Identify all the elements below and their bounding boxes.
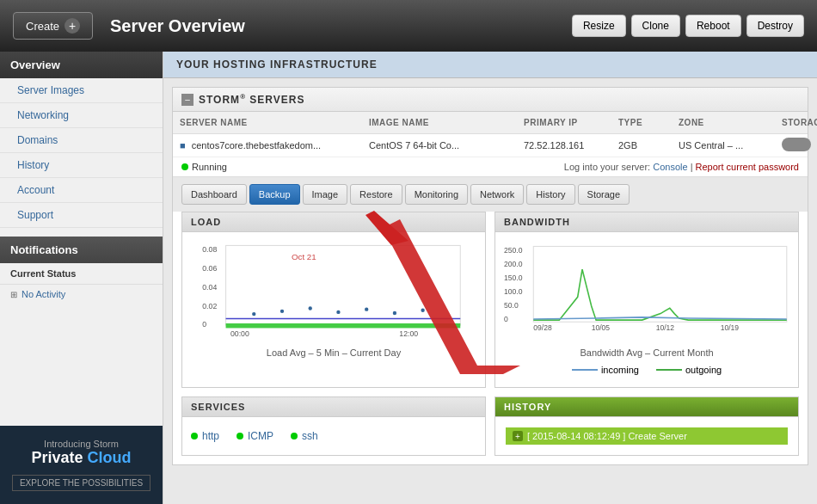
history-panel-header: HISTORY xyxy=(495,397,798,417)
notifications-item: ⊞ No Activity xyxy=(0,285,163,304)
svg-rect-5 xyxy=(226,245,461,325)
notif-plus-icon: ⊞ xyxy=(10,290,17,299)
svg-point-14 xyxy=(393,311,396,315)
outgoing-line-icon xyxy=(656,369,682,371)
history-plus-icon: + xyxy=(513,431,523,441)
svg-text:0.04: 0.04 xyxy=(202,283,217,292)
destroy-button[interactable]: Destroy xyxy=(746,15,804,37)
tab-backup[interactable]: Backup xyxy=(249,184,300,205)
header: Create + Server Overview Resize Clone Re… xyxy=(0,0,817,52)
svg-text:0: 0 xyxy=(202,320,206,329)
svg-text:09/28: 09/28 xyxy=(533,323,552,332)
ad-link[interactable]: EXPLORE THE POSSIBILITIES xyxy=(12,475,150,491)
svg-text:150.0: 150.0 xyxy=(504,274,523,282)
cell-server-name: ■ centos7core.thebestfakedom... xyxy=(173,137,362,154)
bandwidth-chart-svg: 250.0 200.0 150.0 100.0 50.0 0 xyxy=(504,241,789,344)
ad-subtitle: Introducing Storm xyxy=(10,439,152,449)
storm-header: – STORM® SERVERS xyxy=(173,88,808,112)
tab-history[interactable]: History xyxy=(526,184,574,205)
bandwidth-panel-content: 250.0 200.0 150.0 100.0 50.0 0 xyxy=(495,232,798,387)
sidebar-item-networking[interactable]: Networking xyxy=(0,103,163,128)
svg-text:10/19: 10/19 xyxy=(721,323,740,332)
legend-outgoing: outgoing xyxy=(656,365,722,375)
storage-toggle[interactable] xyxy=(782,138,811,151)
sidebar-overview[interactable]: Overview xyxy=(0,52,163,78)
table-row: ■ centos7core.thebestfakedom... CentOS 7… xyxy=(173,134,808,157)
services-content: httpICMPssh xyxy=(182,417,485,455)
bandwidth-legend: incoming outgoing xyxy=(504,361,789,378)
tab-restore[interactable]: Restore xyxy=(350,184,402,205)
svg-text:12:00: 12:00 xyxy=(399,329,418,338)
svg-rect-6 xyxy=(226,323,461,328)
ad-title: Private Cloud xyxy=(10,449,152,468)
col-storage: STORAGE xyxy=(775,115,817,130)
create-button[interactable]: Create + xyxy=(13,12,93,40)
collapse-button[interactable]: – xyxy=(181,94,194,106)
notifications-status: Current Status xyxy=(0,263,163,285)
password-link[interactable]: Report current password xyxy=(696,162,799,172)
clone-button[interactable]: Clone xyxy=(631,15,680,37)
svg-text:Oct 21: Oct 21 xyxy=(292,252,316,261)
notifications-header: Notifications xyxy=(0,237,163,263)
cell-image-name: CentOS 7 64-bit Co... xyxy=(362,137,517,154)
col-image-name: IMAGE NAME xyxy=(362,115,517,130)
running-dot xyxy=(181,163,188,170)
login-text: Log into your server: Console | Report c… xyxy=(564,162,799,172)
tab-dashboard[interactable]: Dashboard xyxy=(181,184,247,205)
history-item[interactable]: +[ 2015-08-14 08:12:49 ] Create Server xyxy=(506,427,788,445)
sidebar-item-account[interactable]: Account xyxy=(0,178,163,203)
tab-monitoring[interactable]: Monitoring xyxy=(405,184,468,205)
bandwidth-chart: 250.0 200.0 150.0 100.0 50.0 0 xyxy=(504,241,789,344)
svg-text:250.0: 250.0 xyxy=(504,246,523,255)
load-chart-label: Load Avg – 5 Min – Current Day xyxy=(191,344,476,361)
load-panel-header: LOAD xyxy=(182,212,485,232)
history-panel: HISTORY +[ 2015-08-14 08:12:49 ] Create … xyxy=(494,396,799,456)
create-label: Create xyxy=(26,20,59,33)
server-tabs: DashboardBackupImageRestoreMonitoringNet… xyxy=(173,177,808,212)
service-item-icmp[interactable]: ICMP xyxy=(236,430,273,442)
load-panel-content: 0.08 0.06 0.04 0.02 0 xyxy=(182,232,485,370)
sidebar-item-support[interactable]: Support xyxy=(0,203,163,228)
col-type: TYPE xyxy=(611,115,672,130)
page-title: Server Overview xyxy=(110,16,563,36)
load-chart: 0.08 0.06 0.04 0.02 0 xyxy=(191,241,476,344)
console-link[interactable]: Console xyxy=(653,162,687,172)
load-chart-svg: 0.08 0.06 0.04 0.02 0 xyxy=(191,241,476,344)
svg-rect-24 xyxy=(533,246,787,322)
incoming-line-icon xyxy=(572,369,598,371)
svg-text:0: 0 xyxy=(504,315,508,323)
main-wrapper: YOUR HOSTING INFRASTRUCTURE – STORM® SER… xyxy=(163,52,817,465)
tab-network[interactable]: Network xyxy=(470,184,524,205)
running-indicator: Running xyxy=(181,162,227,172)
table-header: SERVER NAME IMAGE NAME PRIMARY IP TYPE Z… xyxy=(173,112,808,134)
resize-button[interactable]: Resize xyxy=(572,15,626,37)
tab-storage[interactable]: Storage xyxy=(578,184,630,205)
svg-point-9 xyxy=(252,312,255,316)
svg-text:0.08: 0.08 xyxy=(202,245,217,254)
cell-type: 2GB xyxy=(611,137,672,154)
service-dot xyxy=(291,433,298,439)
bandwidth-chart-label: Bandwidth Avg – Current Month xyxy=(504,344,789,361)
sidebar-item-domains[interactable]: Domains xyxy=(0,128,163,153)
col-server-name: SERVER NAME xyxy=(173,115,362,130)
svg-text:100.0: 100.0 xyxy=(504,287,523,296)
sidebar-item-history[interactable]: History xyxy=(0,153,163,178)
reboot-button[interactable]: Reboot xyxy=(685,15,741,37)
sidebar-item-server-images[interactable]: Server Images xyxy=(0,78,163,103)
service-item-ssh[interactable]: ssh xyxy=(291,430,318,442)
tab-image[interactable]: Image xyxy=(303,184,348,205)
cell-zone: US Central – ... xyxy=(672,137,775,154)
main-content: YOUR HOSTING INFRASTRUCTURE – STORM® SER… xyxy=(163,52,817,504)
sidebar-ad: Introducing Storm Private Cloud EXPLORE … xyxy=(0,426,163,504)
svg-text:10/12: 10/12 xyxy=(656,323,675,332)
service-item-http[interactable]: http xyxy=(191,430,219,442)
services-panel-header: SERVICES xyxy=(182,397,485,417)
expand-server-icon[interactable]: ■ xyxy=(180,140,186,151)
svg-text:200.0: 200.0 xyxy=(504,260,523,268)
col-zone: ZONE xyxy=(672,115,775,130)
storm-title: STORM® SERVERS xyxy=(199,93,305,106)
server-detail-bar: Running Log into your server: Console | … xyxy=(173,157,808,177)
svg-point-12 xyxy=(336,310,340,314)
svg-text:10/05: 10/05 xyxy=(592,323,611,332)
load-panel: LOAD 0.08 0.06 0.04 0.02 0 xyxy=(181,212,486,388)
